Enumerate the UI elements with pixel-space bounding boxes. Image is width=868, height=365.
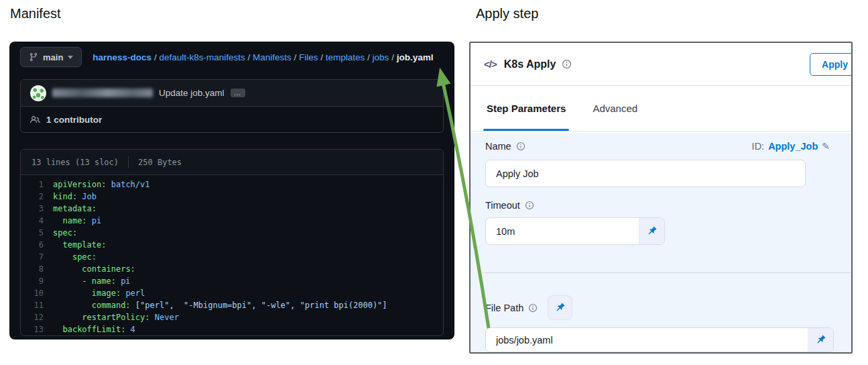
tabs: Step ParametersAdvanced: [471, 86, 851, 132]
line-number[interactable]: 11: [21, 299, 53, 311]
line-number[interactable]: 9: [21, 275, 53, 287]
code-text: restartPolicy: Never: [53, 311, 179, 323]
line-number[interactable]: 2: [21, 191, 53, 203]
file-path-runtime-pin-button[interactable]: [548, 295, 572, 320]
code-text: backoffLimit: 4: [53, 323, 135, 335]
people-icon: [30, 115, 40, 125]
name-input[interactable]: [485, 160, 806, 187]
commit-author-redacted: [52, 89, 153, 97]
contributors-row[interactable]: 1 contributor: [21, 107, 443, 133]
timeout-field-label: Timeout: [485, 200, 534, 211]
breadcrumb-link[interactable]: Files: [299, 52, 318, 62]
breadcrumb-separator: /: [318, 52, 326, 62]
file-path-input-wrap: [485, 327, 834, 352]
code-lines[interactable]: 1apiVersion: batch/v12kind: Job3metadata…: [21, 175, 443, 336]
breadcrumb-current-file: job.yaml: [397, 52, 434, 62]
timeout-label-text: Timeout: [485, 200, 520, 211]
code-line: 2kind: Job: [21, 191, 443, 203]
code-line: 4 name: pi: [21, 215, 443, 227]
line-number[interactable]: 5: [21, 227, 53, 239]
timeout-runtime-pin-toggle[interactable]: [639, 218, 664, 244]
apply-button[interactable]: Apply: [810, 53, 853, 76]
code-line: 1apiVersion: batch/v1: [21, 178, 443, 191]
git-branch-icon: [29, 52, 38, 62]
avatar[interactable]: [30, 85, 46, 101]
branch-name-label: main: [43, 52, 63, 62]
tab-advanced[interactable]: Advanced: [593, 86, 637, 131]
contributors-label: 1 contributor: [46, 115, 102, 125]
code-text: spec:: [53, 251, 97, 263]
github-topbar: main harness-docs / default-k8s-manifest…: [9, 42, 454, 72]
file-info-divider: [128, 156, 129, 168]
name-label-text: Name: [485, 141, 511, 152]
code-line: 9 - name: pi: [21, 275, 443, 287]
code-text: spec:: [53, 227, 77, 239]
k8s-apply-step-panel: </> K8s Apply Apply Step ParametersAdvan…: [469, 42, 853, 354]
pin-icon: [552, 299, 568, 315]
info-icon[interactable]: [562, 59, 572, 69]
step-panel-header: </> K8s Apply Apply: [471, 43, 851, 86]
code-line: 6 template:: [21, 239, 443, 251]
line-number[interactable]: 7: [21, 251, 53, 263]
code-line: 10 image: perl: [21, 287, 443, 299]
code-text: apiVersion: batch/v1: [53, 178, 150, 191]
timeout-input[interactable]: [486, 218, 639, 244]
line-number[interactable]: 10: [21, 287, 53, 299]
code-text: template:: [53, 239, 106, 251]
breadcrumb: harness-docs / default-k8s-manifests / M…: [92, 52, 433, 62]
github-file-panel: main harness-docs / default-k8s-manifest…: [9, 42, 454, 340]
chevron-down-icon: [68, 56, 73, 59]
file-line-count: 13 lines (13 sloc): [32, 158, 119, 167]
code-text: image: perl: [53, 287, 145, 299]
code-line: 7 spec:: [21, 251, 443, 263]
step-id-link[interactable]: Apply_Job: [768, 141, 818, 152]
code-line: 5spec:: [21, 227, 443, 239]
page: Manifest Apply step main harness-docs / …: [0, 0, 868, 365]
step-id-wrap: ID: Apply_Job ✎: [752, 141, 830, 152]
line-number[interactable]: 8: [21, 263, 53, 275]
branch-selector-button[interactable]: main: [20, 47, 82, 67]
breadcrumb-separator: /: [245, 52, 253, 62]
code-text: name: pi: [53, 215, 101, 227]
id-label: ID:: [752, 141, 765, 152]
commit-message-link[interactable]: Update job.yaml: [159, 88, 225, 98]
breadcrumb-repo-link[interactable]: harness-docs: [92, 52, 151, 62]
file-path-field-label: File Path: [485, 303, 538, 313]
edit-id-pencil-icon[interactable]: ✎: [822, 141, 830, 152]
line-number[interactable]: 4: [21, 215, 53, 227]
info-icon[interactable]: [516, 142, 525, 151]
breadcrumb-link[interactable]: jobs: [373, 52, 389, 62]
breadcrumb-separator: /: [365, 52, 372, 62]
line-number[interactable]: 13: [21, 323, 53, 335]
breadcrumb-separator: /: [292, 52, 299, 62]
info-icon[interactable]: [525, 201, 534, 210]
code-line: 13 backoffLimit: 4: [21, 323, 443, 335]
code-text: containers:: [53, 263, 135, 275]
step-parameters-form: Name ID: Apply_Job ✎ Timeout: [471, 133, 851, 352]
name-field-label: Name: [485, 141, 525, 152]
latest-commit-box: Update job.yaml … 1 contributor: [20, 79, 444, 133]
file-path-pin-toggle[interactable]: [808, 328, 833, 352]
code-line: 8 containers:: [21, 263, 443, 275]
line-number[interactable]: 1: [21, 178, 53, 191]
code-text: command: ["perl", "-Mbignum=bpi", "-wle"…: [53, 299, 387, 311]
pin-icon: [643, 223, 660, 239]
file-content-box: 13 lines (13 sloc) 250 Bytes 1apiVersion…: [20, 149, 444, 336]
commit-description-toggle[interactable]: …: [231, 89, 245, 97]
tab-step-parameters[interactable]: Step Parameters: [487, 86, 566, 131]
line-number[interactable]: 12: [21, 311, 53, 323]
code-line: 3metadata:: [21, 203, 443, 215]
breadcrumb-link[interactable]: templates: [326, 52, 365, 62]
line-number[interactable]: 6: [21, 239, 53, 251]
info-icon[interactable]: [528, 303, 538, 313]
pin-icon: [812, 331, 828, 348]
code-line: 11 command: ["perl", "-Mbignum=bpi", "-w…: [21, 299, 443, 311]
commit-row: Update job.yaml …: [21, 80, 443, 107]
line-number[interactable]: 3: [21, 203, 53, 215]
section-divider: [483, 272, 851, 273]
breadcrumb-link[interactable]: default-k8s-manifests: [159, 52, 245, 62]
code-text: - name: pi: [53, 275, 131, 287]
breadcrumb-link[interactable]: Manifests: [253, 52, 292, 62]
code-line: 12 restartPolicy: Never: [21, 311, 443, 323]
file-path-input[interactable]: [486, 328, 808, 352]
